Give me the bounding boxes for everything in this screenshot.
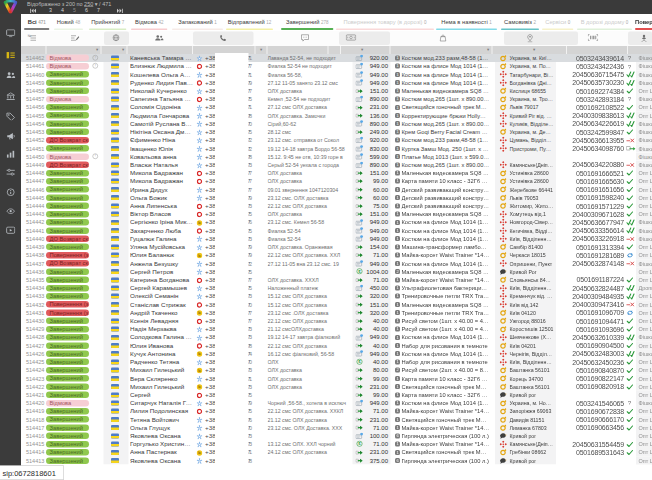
svg-text:?: ? xyxy=(628,400,632,407)
svg-text:lc: lc xyxy=(198,385,201,389)
svg-text:?: ? xyxy=(628,63,632,70)
svg-text:№: № xyxy=(28,34,32,38)
svg-text:lc: lc xyxy=(198,369,201,373)
svg-text:lc: lc xyxy=(198,221,201,225)
svg-text:lc: lc xyxy=(198,311,201,315)
svg-text:lc: lc xyxy=(198,451,201,455)
svg-text:lc: lc xyxy=(198,254,201,258)
svg-text:?: ? xyxy=(628,55,632,62)
svg-text:?: ? xyxy=(628,96,632,103)
svg-text:lc: lc xyxy=(198,352,201,356)
